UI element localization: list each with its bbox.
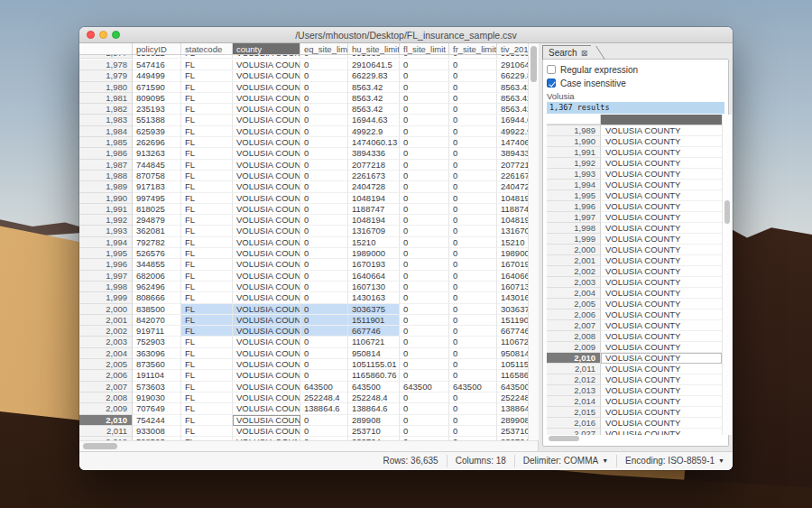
search-result-row[interactable]: 2,012VOLUSIA COUNTY [547,374,722,385]
table-cell[interactable]: 8563.42 [348,82,400,93]
table-cell[interactable]: 808666 [133,292,181,303]
table-cell[interactable]: 995868 [348,55,400,59]
search-result-row[interactable]: 1,998VOLUSIA COUNTY [547,223,722,234]
table-cell[interactable]: 2261673 [348,171,400,181]
table-cell[interactable]: 2077218 [497,160,528,171]
tab-search[interactable]: Search ⊠ [542,45,591,60]
encoding-dropdown[interactable]: Encoding: ISO-8859-1 ▼ [616,455,733,467]
table-cell[interactable]: 0 [300,93,348,104]
table-cell[interactable]: VOLUSIA COUNTY [233,370,300,381]
result-value-cell[interactable]: VOLUSIA COUNTY [601,364,722,374]
table-cell[interactable]: 0 [300,315,348,326]
table-cell[interactable]: 573603 [133,382,181,393]
table-cell[interactable]: 0 [400,348,449,359]
table-cell[interactable]: 625939 [133,126,181,137]
table-cell[interactable]: 1048194 [348,215,400,226]
table-cell[interactable]: VOLUSIA COUNTY [233,426,300,437]
column-header-statecode[interactable]: statecode [181,43,233,54]
table-cell[interactable]: VOLUSIA COUNTY [233,115,300,125]
table-cell[interactable]: 0 [300,348,348,359]
table-cell[interactable]: 0 [449,160,497,171]
result-value-cell[interactable]: VOLUSIA COUNTY [601,212,722,223]
table-cell[interactable]: 0 [300,171,348,181]
result-row-number[interactable]: 2,010 [547,353,601,364]
table-cell[interactable]: 1670193 [497,259,528,270]
table-cell[interactable]: VOLUSIA COUNTY [233,304,300,315]
table-cell[interactable]: 0 [300,82,348,93]
table-cell[interactable]: 0 [300,148,348,159]
table-cell[interactable]: 0 [300,237,348,248]
table-cell[interactable]: 1316709 [497,226,528,236]
result-value-cell[interactable]: VOLUSIA COUNTY [601,136,722,147]
table-cell[interactable]: 0 [300,370,348,381]
table-cell[interactable]: 49922.9 [348,126,400,137]
result-value-cell[interactable]: VOLUSIA COUNTY [601,223,722,234]
table-cell[interactable]: 0 [449,304,497,315]
table-cell[interactable]: 842070 [133,315,181,326]
result-value-cell[interactable]: VOLUSIA COUNTY [601,190,722,201]
table-cell[interactable]: FL [181,126,233,137]
table-cell[interactable]: FL [181,204,233,215]
search-result-row[interactable]: 2,007VOLUSIA COUNTY [547,320,722,331]
table-cell[interactable]: FL [181,337,233,347]
column-header-row-number[interactable] [79,43,133,54]
table-cell[interactable]: 0 [300,60,348,70]
table-cell[interactable]: 0 [449,104,497,115]
row-number-cell[interactable]: 2,010 [79,415,133,426]
table-cell[interactable]: 353022 [133,55,181,59]
table-cell[interactable]: VOLUSIA COUNTY [233,93,300,104]
table-cell[interactable]: 262696 [133,137,181,148]
table-cell[interactable]: 363096 [133,348,181,359]
table-cell[interactable]: VOLUSIA COUNTY [233,315,300,326]
table-cell[interactable]: 0 [300,304,348,315]
table-cell[interactable]: 1106721 [348,337,400,347]
result-row-number[interactable]: 2,012 [547,374,601,385]
table-cell[interactable]: 671590 [133,82,181,93]
table-cell[interactable]: FL [181,193,233,204]
table-cell[interactable]: 1188747 [348,204,400,215]
table-cell[interactable]: 0 [300,292,348,303]
result-row-number[interactable]: 1,995 [547,190,601,201]
result-value-cell[interactable]: VOLUSIA COUNTY [601,396,722,407]
table-cell[interactable]: 3036375 [497,304,528,315]
table-cell[interactable]: VOLUSIA COUNTY [233,237,300,248]
row-number-cell[interactable]: 1,978 [79,60,133,70]
table-cell[interactable]: 838500 [133,304,181,315]
table-row[interactable]: 1,995526576FLVOLUSIA COUNTY0198900000198… [79,248,528,259]
row-number-cell[interactable]: 1,988 [79,171,133,181]
results-column-header[interactable] [601,115,722,125]
search-result-row[interactable]: 1,992VOLUSIA COUNTY [547,158,722,169]
table-cell[interactable]: FL [181,315,233,326]
table-cell[interactable]: FL [181,292,233,303]
row-number-cell[interactable]: 1,994 [79,237,133,248]
table-cell[interactable]: 0 [400,237,449,248]
table-cell[interactable]: 49922.9 [497,126,528,137]
table-cell[interactable]: 8563.42 [497,93,528,104]
result-row-number[interactable]: 2,027 [547,429,601,435]
table-cell[interactable]: 8563.42 [497,104,528,115]
case-insensitive-checkbox[interactable] [547,79,556,88]
table-cell[interactable]: VOLUSIA COUNTY [233,415,300,426]
row-number-cell[interactable]: 1,979 [79,70,133,81]
close-button[interactable] [87,31,95,39]
table-cell[interactable]: 917183 [133,181,181,192]
table-cell[interactable]: 0 [400,181,449,192]
search-result-row[interactable]: 2,014VOLUSIA COUNTY [547,396,722,407]
table-cell[interactable]: 643500 [400,382,449,393]
table-cell[interactable]: FL [181,148,233,159]
table-cell[interactable]: VOLUSIA COUNTY [233,359,300,370]
search-query-input[interactable]: Volusia [547,90,724,102]
row-number-cell[interactable]: 1,997 [79,271,133,282]
table-cell[interactable]: 0 [449,282,497,292]
table-cell[interactable]: 2404728 [497,181,528,192]
table-cell[interactable]: 1106721 [497,337,528,347]
table-cell[interactable]: 919711 [133,326,181,337]
table-cell[interactable]: 0 [449,93,497,104]
table-cell[interactable]: 0 [400,292,449,303]
result-value-cell[interactable]: VOLUSIA COUNTY [601,158,722,169]
result-row-number[interactable]: 2,011 [547,364,601,374]
table-cell[interactable]: 0 [449,181,497,192]
table-cell[interactable]: 0 [400,248,449,259]
row-number-cell[interactable]: 1,993 [79,226,133,236]
result-row-number[interactable]: 2,002 [547,266,601,277]
